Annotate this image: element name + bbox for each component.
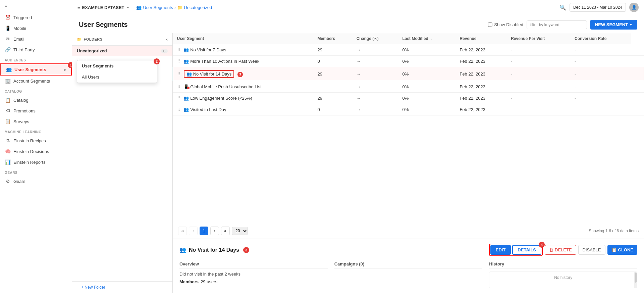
cell-revenue: -	[507, 44, 571, 56]
cell-members: 0	[313, 104, 352, 115]
cell-members	[313, 81, 352, 93]
col-header-modified[interactable]: Last Modified ↓	[398, 33, 455, 44]
sidebar-menu-toggle[interactable]: ≡	[0, 0, 72, 12]
detail-title: 👥 No Visit for 14 Days 3	[179, 247, 249, 253]
cell-segment-name: ⠿ 📱 Global Mobile Push Unsubscribe List	[173, 81, 314, 93]
sidebar-item-einstein-recipes[interactable]: ⚗ Einstein Recipes	[0, 135, 72, 146]
drag-handle-icon: ⠿	[177, 107, 180, 112]
col-header-cr: Conversion Rate	[571, 33, 631, 44]
detail-campaigns-section: Campaigns (0)	[334, 261, 483, 288]
sidebar-item-mobile[interactable]: 📱 Mobile	[0, 23, 72, 34]
sidebar-item-label: Einstein Decisions	[13, 149, 49, 154]
first-page-button[interactable]: ⏮	[178, 227, 187, 235]
sidebar-item-user-segments[interactable]: 👥 User Segments ▶ 1	[0, 63, 72, 76]
detail-sections: Overview Did not visit in the past 2 wee…	[179, 261, 637, 288]
next-page-button[interactable]: ›	[210, 227, 219, 235]
sidebar-item-account-segments[interactable]: 🏢 Account Segments	[0, 76, 72, 86]
date-range-picker[interactable]: Dec 11 2023 - Mar 10 2024	[570, 3, 626, 12]
sidebar-item-promotions[interactable]: 🏷 Promotions	[0, 105, 72, 116]
folders-panel: 📁 FOLDERS ‹ Uncategorized 6 Archive User…	[72, 33, 173, 293]
dropdown-item-user-segments[interactable]: User Segments 2	[77, 60, 157, 71]
prev-page-button[interactable]: ‹	[189, 227, 198, 235]
cell-change: 0%	[398, 56, 455, 67]
folders-collapse-button[interactable]: ‹	[166, 37, 168, 42]
clone-button[interactable]: 📋 CLONE	[607, 245, 638, 255]
new-segment-dropdown-arrow: ▼	[629, 23, 633, 27]
showing-text: Showing 1-6 of 6 data items	[589, 229, 639, 233]
sidebar-item-surveys[interactable]: 📋 Surveys	[0, 116, 72, 127]
drag-handle-icon: ⠿	[177, 96, 180, 101]
hamburger-icon: ≡	[5, 3, 7, 8]
drag-handle-icon: ⠿	[177, 59, 180, 64]
folder-icon: 📁	[77, 37, 82, 42]
show-disabled-checkbox[interactable]	[488, 22, 492, 27]
breadcrumb-child[interactable]: Uncategorized	[184, 5, 212, 10]
breadcrumb-icon: 👥	[136, 5, 142, 10]
show-disabled-label: Show Disabled	[488, 22, 523, 27]
segment-name: No Visit for 7 Days	[190, 47, 226, 52]
detail-header: 👥 No Visit for 14 Days 3 4 EDIT DETAILS	[179, 244, 637, 256]
dropdown-item-all-users[interactable]: All Users	[77, 71, 157, 83]
sidebar-item-triggered[interactable]: ⏰ Triggered	[0, 12, 72, 23]
last-page-button[interactable]: ⏭	[221, 227, 230, 235]
segment-type-icon: 👥	[183, 96, 189, 101]
new-folder-button[interactable]: + + New Folder	[72, 281, 172, 293]
delete-button[interactable]: 🗑 DELETE	[545, 245, 576, 255]
edit-button[interactable]: EDIT	[490, 245, 511, 255]
user-avatar[interactable]: 👤	[629, 3, 639, 12]
table-row[interactable]: ⠿ 👥 No Visit for 7 Days 29 → 0% Feb 22, …	[173, 44, 644, 56]
sidebar-item-email[interactable]: ✉ Email	[0, 34, 72, 44]
drag-handle-icon: ⠿	[177, 47, 180, 52]
einstein-decisions-icon: 🧠	[5, 149, 11, 154]
clone-icon: 📋	[611, 247, 617, 252]
table-wrapper: User Segment Members Change (%) Last Mod…	[173, 33, 644, 223]
sidebar-item-third-party[interactable]: 🔗 Third Party	[0, 44, 72, 55]
sidebar-item-label: Gears	[13, 179, 25, 184]
catalog-icon: 📋	[5, 97, 11, 103]
table-row[interactable]: ⠿ 📱 Global Mobile Push Unsubscribe List …	[173, 81, 644, 93]
sidebar: ≡ ⏰ Triggered 📱 Mobile ✉ Email 🔗 Third P…	[0, 0, 72, 293]
per-page-select[interactable]: 20	[232, 227, 248, 235]
page-area: User Segments Show Disabled NEW SEGMENT …	[72, 15, 644, 293]
col-header-change: Change (%)	[353, 33, 398, 44]
segment-name: Global Mobile Push Unsubscribe List	[190, 84, 261, 89]
submenu-arrow-icon: ▶	[64, 68, 66, 71]
details-button[interactable]: DETAILS	[512, 245, 541, 255]
sidebar-item-einstein-reports[interactable]: 📊 Einstein Reports	[0, 157, 72, 167]
table-row[interactable]: ⠿ 👥 Low Engagement Score (<25%) 29 → 0% …	[173, 93, 644, 104]
breadcrumb-separator: ›	[174, 5, 176, 10]
sidebar-item-gears[interactable]: ⚙ Gears	[0, 176, 72, 187]
cell-arrow: →	[353, 104, 398, 115]
table-row[interactable]: ⠿ 👥 No Visit for 14 Days 3 29 → 0% Feb 2…	[173, 67, 644, 81]
history-scroll[interactable]: No history	[489, 272, 637, 288]
user-segments-icon: 👥	[6, 67, 12, 72]
sidebar-item-einstein-decisions[interactable]: 🧠 Einstein Decisions	[0, 146, 72, 157]
cell-cr	[631, 93, 644, 104]
page-1-button[interactable]: 1	[200, 227, 208, 235]
page-header-right: Show Disabled NEW SEGMENT ▼	[488, 20, 637, 30]
breadcrumb-parent[interactable]: User Segments	[143, 5, 173, 10]
segment-type-icon: 👥	[186, 71, 192, 77]
sidebar-item-catalog[interactable]: 📋 Catalog	[0, 95, 72, 105]
search-icon[interactable]: 🔍	[559, 4, 566, 11]
cell-rpv: -	[571, 56, 631, 67]
folder-item-uncategorized[interactable]: Uncategorized 6	[72, 46, 172, 56]
cell-rpv: -	[571, 93, 631, 104]
history-scrollbar[interactable]	[634, 272, 637, 288]
topbar-right: 🔍 Dec 11 2023 - Mar 10 2024 👤	[559, 3, 639, 12]
dataset-selector[interactable]: ≡ EXAMPLE DATASET ▼	[77, 5, 129, 10]
new-segment-button[interactable]: NEW SEGMENT ▼	[590, 20, 637, 30]
third-party-icon: 🔗	[5, 47, 11, 52]
table-row[interactable]: ⠿ 👥 More Than 10 Actions in Past Week 0 …	[173, 56, 644, 67]
scrollbar-thumb	[635, 273, 637, 283]
cell-segment-name: ⠿ 👥 Visited in Last Day	[173, 104, 314, 115]
email-icon: ✉	[5, 36, 11, 42]
filter-input[interactable]	[527, 20, 587, 29]
col-header-rpv: Revenue Per Visit	[507, 33, 571, 44]
disable-button[interactable]: DISABLE	[578, 245, 605, 255]
pagination: ⏮ ‹ 1 › ⏭ 20 Showing 1-6 of 6 data items	[173, 223, 644, 239]
table-row[interactable]: ⠿ 👥 Visited in Last Day 0 → 0% Feb 22, 2…	[173, 104, 644, 115]
sidebar-item-label: Third Party	[13, 47, 35, 52]
gears-icon: ⚙	[5, 179, 11, 184]
breadcrumb-folder-icon: 📁	[177, 5, 182, 10]
